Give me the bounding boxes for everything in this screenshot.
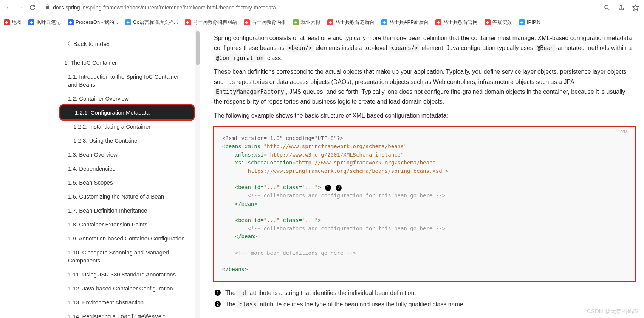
bookmark-item[interactable]: ◆马士兵APP新后台	[381, 19, 429, 26]
bookmark-item[interactable]: ◆马士兵教育内推	[244, 19, 286, 26]
toc-item[interactable]: 1.2.2. Instantiating a Container	[59, 119, 195, 133]
bookmark-label: 马士兵教育内推	[252, 19, 286, 26]
toc-item[interactable]: 1.13. Environment Abstraction	[59, 295, 195, 309]
search-icon[interactable]	[602, 3, 611, 12]
callout-text: The class attribute defines the type of …	[225, 301, 465, 308]
paragraph: The following example shows the basic st…	[214, 111, 635, 121]
bookmark-item[interactable]: ◆就业喜报	[293, 19, 320, 26]
bookmark-favicon: ◆	[327, 19, 333, 25]
svg-point-0	[605, 5, 608, 9]
bookmark-favicon: ◆	[185, 19, 191, 25]
inline-code: <bean/>	[286, 44, 314, 52]
paragraph: Spring configuration consists of at leas…	[214, 33, 635, 63]
url-text: docs.spring.io/spring-framework/docs/cur…	[53, 5, 595, 11]
bookmark-label: 马士兵APP新后台	[389, 19, 429, 26]
code-pre: <?xml version="1.0" encoding="UTF-8"?> <…	[214, 127, 635, 281]
bookmark-label: 马士兵教育官网	[443, 19, 478, 26]
toc-item[interactable]: 1.14. Registering a LoadTimeWeaver	[59, 309, 195, 318]
back-button[interactable]: ←	[4, 3, 13, 12]
language-tag: XML	[621, 130, 630, 134]
bookmark-favicon: ◆	[68, 19, 74, 25]
bookmarks-bar: ◆地图◆枫叶云笔记◆ProcessOn - 我的...◆Go语言标准库文档...…	[0, 15, 644, 29]
bookmark-label: 马士兵教育招聘网站	[193, 19, 237, 26]
bookmark-item[interactable]: ◆IPIP.N	[519, 19, 540, 25]
callout-text: The id attribute is a string that identi…	[225, 290, 416, 296]
bookmark-label: 枫叶云笔记	[36, 19, 61, 26]
chevron-left-icon: 〈	[64, 40, 70, 48]
bookmark-favicon: ◆	[244, 19, 250, 25]
inline-code: @Configuration	[214, 54, 265, 62]
bookmark-item[interactable]: ◆马士兵教育招聘网站	[185, 19, 237, 26]
toc-item[interactable]: 1.2. Container Overview	[59, 92, 195, 105]
bookmark-favicon: ◆	[293, 19, 299, 25]
toc-item[interactable]: 1.2.1. Configuration Metadata	[60, 105, 194, 119]
toc-item[interactable]: 1. The IoC Container	[59, 56, 195, 70]
share-icon[interactable]	[617, 3, 626, 12]
callout-number-1: 1	[215, 290, 221, 296]
bookmark-label: 马士兵教育老后台	[335, 19, 375, 26]
bookmark-label: 地图	[12, 19, 22, 26]
toc-item[interactable]: 1.12. Java-based Container Configuration	[59, 281, 195, 295]
callout-row: 1The id attribute is a string that ident…	[214, 287, 635, 299]
reload-button[interactable]	[28, 3, 37, 12]
bookmark-item[interactable]: ◆马士兵教育老后台	[327, 19, 375, 26]
bookmark-item[interactable]: ◆地图	[4, 19, 22, 26]
bookmark-item[interactable]: ◆马士兵教育官网	[435, 19, 478, 26]
bookmark-item[interactable]: ◆枫叶云笔记	[28, 19, 61, 26]
callout-2: 2	[336, 185, 342, 191]
lock-icon	[45, 4, 50, 11]
code-block: XML <?xml version="1.0" encoding="UTF-8"…	[214, 127, 635, 281]
bookmark-item[interactable]: ◆ProcessOn - 我的...	[68, 19, 118, 26]
toc-item[interactable]: 1.10. Classpath Scanning and Managed Com…	[59, 245, 195, 267]
toc-item[interactable]: 1.5. Bean Scopes	[59, 175, 195, 189]
inline-code: EntityManagerFactory	[214, 88, 286, 96]
toc-item[interactable]: 1.11. Using JSR 330 Standard Annotations	[59, 267, 195, 281]
bookmark-favicon: ◆	[28, 19, 34, 25]
bookmark-favicon: ◆	[4, 19, 10, 25]
star-icon[interactable]	[631, 3, 640, 12]
browser-toolbar: ← → docs.spring.io/spring-framework/docs…	[0, 0, 644, 15]
watermark: CSDN @无奈的码农	[587, 308, 639, 315]
callout-1: 1	[325, 185, 331, 191]
bookmark-label: IPIP.N	[527, 19, 540, 25]
forward-button[interactable]: →	[16, 3, 25, 12]
paragraph: These bean definitions correspond to the…	[214, 67, 635, 107]
bookmark-label: 就业喜报	[301, 19, 320, 26]
toc-item[interactable]: 1.8. Container Extension Points	[59, 217, 195, 231]
inline-code: <beans/>	[389, 44, 420, 52]
bookmark-label: Go语言标准库文档...	[133, 19, 178, 26]
page-body: 〈 Back to index 1. The IoC Container1.1.…	[0, 29, 644, 318]
bookmark-favicon: ◆	[519, 19, 525, 25]
callout-row: 2The class attribute defines the type of…	[214, 299, 635, 310]
toc-item[interactable]: 1.2.3. Using the Container	[59, 133, 195, 147]
bookmark-favicon: ◆	[485, 19, 491, 25]
back-label: Back to index	[73, 41, 110, 48]
svg-marker-2	[633, 5, 639, 10]
inline-code: @Bean	[535, 44, 556, 52]
toc-item[interactable]: 1.9. Annotation-based Container Configur…	[59, 231, 195, 245]
sidebar-scrollbar[interactable]	[195, 29, 200, 318]
bookmark-item[interactable]: ◆答疑实效	[485, 19, 512, 26]
bookmark-label: ProcessOn - 我的...	[76, 19, 118, 26]
bookmark-favicon: ◆	[125, 19, 131, 25]
toc-item[interactable]: 1.4. Dependencies	[59, 161, 195, 175]
svg-line-1	[608, 8, 609, 10]
address-bar[interactable]: docs.spring.io/spring-framework/docs/cur…	[40, 3, 599, 12]
bookmark-favicon: ◆	[435, 19, 441, 25]
callout-number-2: 2	[215, 301, 221, 307]
toc-item[interactable]: 1.7. Bean Definition Inheritance	[59, 203, 195, 217]
bookmark-label: 答疑实效	[492, 19, 512, 26]
callout-list: 1The id attribute is a string that ident…	[214, 287, 635, 310]
main-content: Spring configuration consists of at leas…	[200, 29, 644, 318]
toc-item[interactable]: 1.1. Introduction to the Spring IoC Cont…	[59, 70, 195, 92]
toc-item[interactable]: 1.6. Customizing the Nature of a Bean	[59, 189, 195, 203]
bookmark-item[interactable]: ◆Go语言标准库文档...	[125, 19, 178, 26]
sidebar-toc: 〈 Back to index 1. The IoC Container1.1.…	[55, 29, 195, 318]
toc-item[interactable]: 1.3. Bean Overview	[59, 147, 195, 161]
back-to-index[interactable]: 〈 Back to index	[59, 37, 195, 51]
scrollbar-thumb[interactable]	[196, 31, 200, 65]
bookmark-favicon: ◆	[381, 19, 387, 25]
